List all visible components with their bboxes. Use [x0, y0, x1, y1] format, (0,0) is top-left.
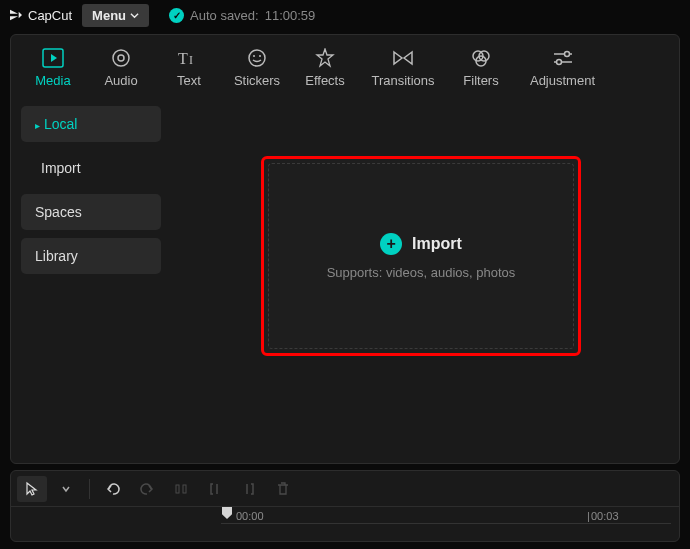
- tab-effects[interactable]: Effects: [291, 47, 359, 88]
- sidebar-item-local[interactable]: ▸Local: [21, 106, 161, 142]
- timeline-panel: 00:00 | 00:03: [10, 470, 680, 542]
- audio-icon: [110, 47, 132, 69]
- trash-icon: [275, 481, 291, 497]
- caret-down-icon: ▸: [35, 120, 40, 131]
- chevron-down-icon: [61, 484, 71, 494]
- tab-stickers[interactable]: Stickers: [223, 47, 291, 88]
- media-canvas: + Import Supports: videos, audios, photo…: [171, 96, 679, 463]
- tab-label: Transitions: [371, 73, 434, 88]
- chevron-down-icon: [130, 11, 139, 20]
- svg-rect-16: [183, 485, 186, 493]
- sidebar-item-label: Local: [44, 116, 77, 132]
- effects-icon: [314, 47, 336, 69]
- timecode-sep: |: [587, 510, 590, 522]
- svg-point-12: [564, 52, 569, 57]
- import-line: + Import: [380, 233, 462, 255]
- sidebar-item-library[interactable]: Library: [21, 238, 161, 274]
- filters-icon: [470, 47, 492, 69]
- sidebar-item-label: Import: [41, 160, 81, 176]
- playhead[interactable]: [221, 507, 233, 519]
- bracket-right-icon: [241, 481, 257, 497]
- tab-transitions[interactable]: Transitions: [359, 47, 447, 88]
- delete-button[interactable]: [268, 476, 298, 502]
- svg-point-1: [113, 50, 129, 66]
- svg-point-7: [259, 55, 261, 57]
- autosave-prefix: Auto saved:: [190, 8, 259, 23]
- split-icon: [173, 481, 189, 497]
- timecode-start: 00:00: [236, 510, 264, 522]
- media-body: ▸Local Import Spaces Library + Import Su…: [11, 96, 679, 463]
- adjustment-icon: [552, 47, 574, 69]
- bracket-left-icon: [207, 481, 223, 497]
- tab-label: Text: [177, 73, 201, 88]
- svg-point-5: [249, 50, 265, 66]
- delete-right-button[interactable]: [234, 476, 264, 502]
- import-label: Import: [412, 235, 462, 253]
- autosave-status: ✓ Auto saved: 11:00:59: [169, 8, 315, 23]
- app-name: CapCut: [28, 8, 72, 23]
- transitions-icon: [392, 47, 414, 69]
- capcut-logo-icon: [8, 7, 24, 23]
- sidebar-item-label: Library: [35, 248, 78, 264]
- sidebar-item-import[interactable]: Import: [21, 150, 161, 186]
- ruler-line: [221, 523, 671, 524]
- timecode-1: 00:03: [591, 510, 619, 522]
- undo-button[interactable]: [98, 476, 128, 502]
- tab-label: Stickers: [234, 73, 280, 88]
- cursor-icon: [24, 481, 40, 497]
- delete-left-button[interactable]: [200, 476, 230, 502]
- svg-point-2: [118, 55, 124, 61]
- split-button[interactable]: [166, 476, 196, 502]
- tool-tabbar: Media Audio TI Text Stickers Effects: [11, 35, 679, 96]
- redo-button[interactable]: [132, 476, 162, 502]
- undo-icon: [105, 481, 121, 497]
- sidebar-item-label: Spaces: [35, 204, 82, 220]
- stickers-icon: [246, 47, 268, 69]
- title-bar: CapCut Menu ✓ Auto saved: 11:00:59: [0, 0, 690, 30]
- tab-label: Audio: [104, 73, 137, 88]
- tab-text[interactable]: TI Text: [155, 47, 223, 88]
- media-panel: Media Audio TI Text Stickers Effects: [10, 34, 680, 464]
- autosave-time: 11:00:59: [265, 8, 316, 23]
- selection-tool-button[interactable]: [17, 476, 47, 502]
- svg-text:T: T: [178, 50, 188, 67]
- playhead-icon: [222, 507, 232, 519]
- svg-rect-15: [176, 485, 179, 493]
- redo-icon: [139, 481, 155, 497]
- media-icon: [42, 47, 64, 69]
- svg-point-14: [556, 60, 561, 65]
- text-icon: TI: [178, 47, 200, 69]
- check-icon: ✓: [169, 8, 184, 23]
- selection-tool-dropdown[interactable]: [51, 476, 81, 502]
- tab-label: Adjustment: [530, 73, 595, 88]
- import-dropzone[interactable]: + Import Supports: videos, audios, photo…: [261, 156, 581, 356]
- menu-button[interactable]: Menu: [82, 4, 149, 27]
- supports-text: Supports: videos, audios, photos: [327, 265, 516, 280]
- plus-icon: +: [380, 233, 402, 255]
- tab-label: Media: [35, 73, 70, 88]
- tab-adjustment[interactable]: Adjustment: [515, 47, 610, 88]
- app-logo: CapCut: [8, 7, 72, 23]
- svg-text:I: I: [189, 53, 193, 67]
- menu-label: Menu: [92, 8, 126, 23]
- tab-filters[interactable]: Filters: [447, 47, 515, 88]
- timeline-toolbar: [11, 471, 679, 507]
- divider: [89, 479, 90, 499]
- tab-media[interactable]: Media: [19, 47, 87, 88]
- tab-label: Filters: [463, 73, 498, 88]
- tab-audio[interactable]: Audio: [87, 47, 155, 88]
- media-sidebar: ▸Local Import Spaces Library: [11, 96, 171, 463]
- timeline-ruler[interactable]: 00:00 | 00:03: [11, 507, 679, 541]
- svg-point-6: [253, 55, 255, 57]
- sidebar-item-spaces[interactable]: Spaces: [21, 194, 161, 230]
- tab-label: Effects: [305, 73, 345, 88]
